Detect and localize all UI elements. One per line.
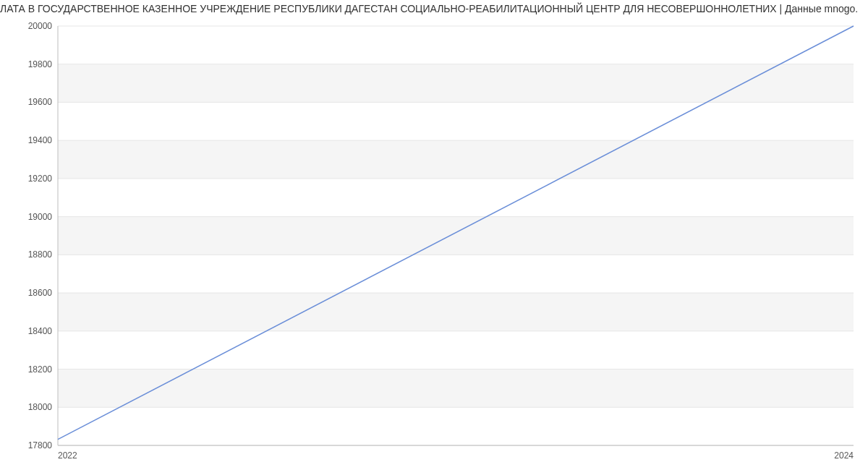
svg-text:18400: 18400 — [28, 326, 53, 336]
svg-text:19200: 19200 — [28, 174, 53, 184]
svg-text:2024: 2024 — [834, 450, 854, 461]
svg-text:19400: 19400 — [28, 135, 53, 145]
svg-rect-2 — [58, 217, 854, 255]
svg-text:2022: 2022 — [58, 450, 77, 461]
svg-rect-4 — [58, 64, 854, 103]
svg-text:18000: 18000 — [28, 402, 53, 412]
svg-rect-0 — [58, 369, 854, 408]
svg-text:19000: 19000 — [28, 212, 53, 222]
svg-text:17800: 17800 — [28, 440, 53, 450]
svg-rect-1 — [58, 293, 854, 331]
chart-title: ЛАТА В ГОСУДАРСТВЕННОЕ КАЗЕННОЕ УЧРЕЖДЕН… — [0, 0, 868, 19]
svg-rect-3 — [58, 140, 854, 179]
svg-text:18600: 18600 — [28, 288, 53, 298]
svg-text:19800: 19800 — [28, 59, 53, 69]
svg-text:18200: 18200 — [28, 364, 53, 375]
svg-text:20000: 20000 — [28, 21, 53, 31]
chart-area: 1780018000182001840018600188001900019200… — [0, 19, 868, 467]
line-chart: 1780018000182001840018600188001900019200… — [0, 19, 868, 467]
svg-text:19600: 19600 — [28, 97, 53, 107]
svg-text:18800: 18800 — [28, 249, 53, 260]
